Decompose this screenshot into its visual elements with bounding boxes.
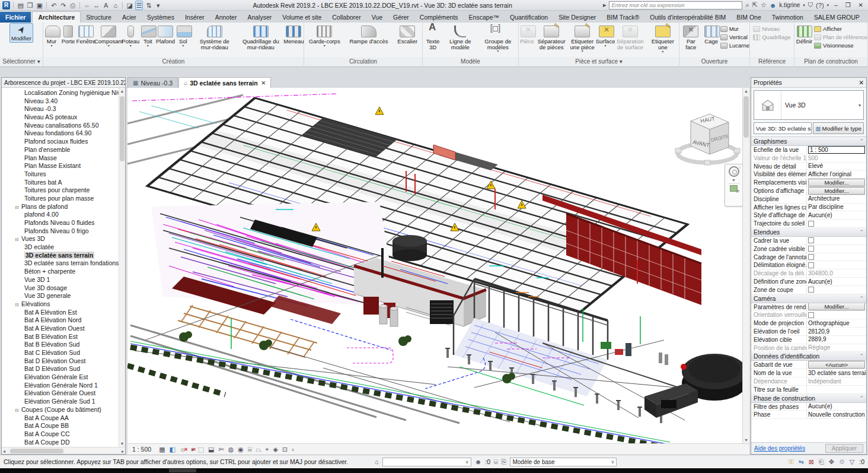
favorites-icon[interactable]: ☆ (761, 1, 767, 9)
help-dropdown-icon[interactable]: ▾ (827, 3, 829, 8)
ribbon-tab-modifier[interactable]: Modifier (865, 12, 868, 23)
rampe-d-acc-s-button[interactable]: Rampe d'accès (347, 23, 390, 46)
browser-tree-item[interactable]: Bat D Elévation Ouest (2, 357, 125, 366)
customize-icon[interactable]: ▾ (154, 1, 162, 9)
property-value[interactable]: Aucun(e) (808, 211, 832, 219)
collapse-icon[interactable]: ⊟ (15, 407, 20, 414)
meneau-button[interactable]: Meneau (284, 23, 304, 46)
browser-tree-item[interactable]: 3D eclatée (2, 243, 125, 252)
ribbon-tab-enscape-[interactable]: Enscape™ (464, 12, 505, 23)
navbar-dropdown-icon[interactable]: ▼ (732, 178, 736, 182)
isolate-icon[interactable]: ⏢ (256, 445, 261, 454)
browser-tree-item[interactable]: Bat D Elévation Sud (2, 365, 125, 373)
mur-button[interactable]: Mur▾ (43, 23, 60, 49)
property-value[interactable]: Orthographique (808, 319, 850, 327)
checkbox[interactable] (808, 262, 814, 268)
browser-tree-item[interactable]: 3D eclatée sans terrain fondations (2, 259, 125, 268)
browser-tree-item[interactable]: Plan d'ensemble (2, 146, 125, 154)
browser-tree-item[interactable]: Bat A Elévation Nord (2, 316, 125, 325)
3d-lock-icon[interactable]: ◍ (228, 445, 234, 454)
sol-button[interactable]: Sol▾ (175, 23, 192, 49)
collapse-icon[interactable]: ⌃ (859, 228, 864, 236)
scale-icon[interactable]: ▦ (159, 445, 165, 454)
property-value[interactable]: Elevé (808, 163, 823, 170)
composant-button[interactable]: Composant▾ (95, 23, 122, 49)
collapse-icon[interactable]: ⊟ (15, 236, 20, 243)
viewport-scrollbar[interactable]: ▲ ▼ (742, 88, 749, 443)
browser-tree-item[interactable]: plafond 4.00 (2, 211, 125, 219)
ribbon-tab-vue[interactable]: Vue (366, 12, 388, 23)
ribbon-tab-bim-one[interactable]: BIM One (731, 12, 766, 23)
shadows-off-icon[interactable]: ◑ (190, 445, 194, 454)
text-icon[interactable]: A (102, 1, 110, 9)
project-icon[interactable]: ▤ (17, 1, 24, 9)
ribbon-tab-quantification[interactable]: Quantification (505, 12, 553, 23)
crop-icon[interactable]: ⬓ (208, 445, 214, 454)
worksets-icon[interactable]: ⌂ (375, 458, 379, 465)
mur-button[interactable]: Mur (720, 25, 749, 33)
ribbon-tab-collaborer[interactable]: Collaborer (327, 12, 366, 23)
browser-tree-item[interactable]: Toitures (2, 170, 125, 179)
syst-me-de-mur-rideau-button[interactable]: Système de mur-rideau (192, 23, 238, 51)
type-selector[interactable]: Vue 3D ▾ (754, 90, 864, 120)
groupe-de-mod-les-button[interactable]: Groupe de modèles▾ (478, 23, 518, 54)
collapse-icon[interactable]: ⌃ (859, 394, 864, 402)
browser-tree-item[interactable]: Béton + charpente (2, 268, 125, 276)
close-icon[interactable]: ✕ (261, 80, 266, 86)
texte-3d-button[interactable]: Texte 3D (423, 23, 443, 51)
browser-tree-item[interactable]: Vue 3D generale (2, 292, 125, 300)
checkbox[interactable] (808, 237, 814, 243)
search-icon[interactable]: ⌕ (745, 1, 749, 9)
close-button[interactable]: ✕ (856, 2, 866, 8)
ribbon-tab-twinmotion[interactable]: Twinmotion (767, 12, 809, 23)
checkbox[interactable] (808, 287, 814, 293)
property-value[interactable]: 3D eclatée sans terrain (808, 369, 866, 377)
property-value[interactable]: Afficher l'original (808, 170, 851, 178)
ligne-de-mod-le-button[interactable]: Ligne de modèle (443, 23, 478, 51)
checkbox[interactable] (808, 254, 814, 260)
property-modify-button[interactable]: Modifier... (808, 187, 865, 195)
editable-icon[interactable]: ☻ (475, 458, 482, 465)
property-modify-button[interactable]: Modifier... (808, 179, 865, 186)
design-options-icon[interactable]: ⌸ (494, 458, 498, 466)
property-modify-button[interactable]: Modifier... (808, 303, 865, 311)
browser-tree-item[interactable]: Niveau 3.40 (2, 97, 125, 106)
worksharing-display-icon[interactable]: ⌖ (265, 445, 269, 454)
plafond-button[interactable]: Plafond (156, 23, 175, 46)
browser-tree-item[interactable]: Bat A Elévation Est (2, 309, 125, 317)
section-header-cam-ra[interactable]: Caméra⌃ (751, 294, 866, 303)
editable-only-icon[interactable]: ⚿ (789, 458, 793, 466)
filter-icon[interactable]: ▽ (850, 458, 854, 466)
property-value[interactable]: Nouvelle construction (808, 411, 865, 418)
property-modify-button[interactable]: <Aucun> (808, 361, 865, 369)
property-value[interactable]: Aucun(e) (808, 278, 832, 285)
browser-tree-item[interactable]: 3D eclatée sans terrain (2, 252, 125, 260)
property-value[interactable]: Par discipline (808, 204, 843, 211)
browser-hscrollbar[interactable]: ◂ ▸ (2, 447, 125, 454)
cage-button[interactable]: Cage (703, 23, 720, 46)
edit-type-button[interactable]: ▦Modifier le type (813, 122, 864, 134)
toit-button[interactable]: Toit▾ (139, 23, 156, 49)
ribbon-tab-acier[interactable]: Acier (117, 12, 142, 23)
modifier-button[interactable]: ➤Modifier (9, 23, 33, 43)
browser-tree-item[interactable]: Elévation Générale Sud 1 (2, 398, 125, 406)
ribbon-tab-bim-track-[interactable]: BIM Track® (601, 12, 644, 23)
etiqueter-une-surface-button[interactable]: Etiqueter une surface▾ (647, 23, 679, 55)
ribbon-tab-analyser[interactable]: Analyser (242, 12, 277, 23)
browser-tree-item[interactable]: Bat B Elévation Sud (2, 341, 125, 349)
account-dropdown-icon[interactable]: ▾ (803, 3, 805, 8)
property-value[interactable]: 2889,9 (808, 336, 826, 344)
browser-tree-item[interactable]: Niveau AS poteaux (2, 113, 125, 122)
browser-tree-item[interactable]: Niveau -0.3 (2, 105, 125, 113)
browser-tree-item[interactable]: Niveau canalisations 65.50 (2, 122, 125, 130)
browser-tree-item[interactable]: Bat A Coupe CC (2, 430, 125, 439)
help-icon[interactable]: (?) (816, 2, 824, 9)
signed-in-user[interactable]: k.tigrine (779, 2, 800, 8)
browser-tree-item[interactable]: Bat B Elévation Est (2, 333, 125, 341)
app-store-icon[interactable]: ⛉ (808, 1, 813, 9)
collapse-icon[interactable]: ⌃ (859, 294, 864, 303)
rendering-icon[interactable]: ⬚ (198, 445, 204, 454)
checkbox[interactable] (808, 221, 814, 227)
browser-tree-item[interactable]: Bat A Coupe DD (2, 439, 125, 447)
browser-tree-item[interactable]: ⊟Vues 3D (2, 235, 125, 243)
